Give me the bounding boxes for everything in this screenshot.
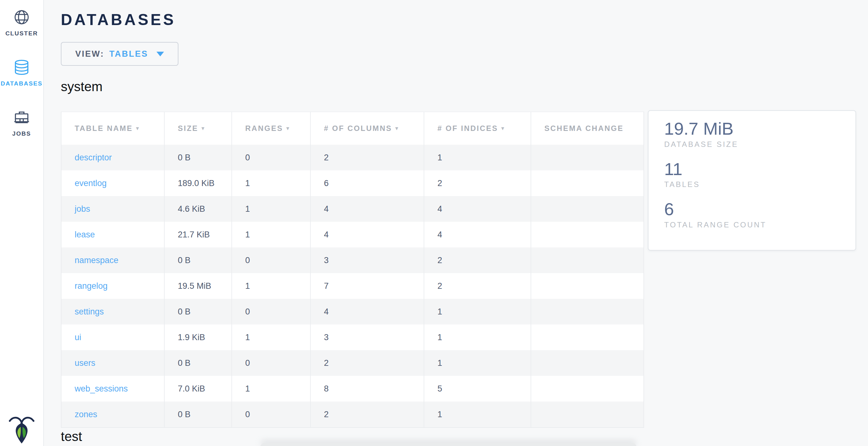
sort-desc-icon: ▾: [501, 125, 505, 132]
cell-of-indices: 2: [424, 273, 531, 299]
column-header-ranges[interactable]: RANGES▾: [231, 112, 310, 145]
section-title-test: test: [61, 429, 82, 444]
column-header-label: # OF COLUMNS: [324, 124, 392, 133]
sidebar-item-jobs[interactable]: JOBS: [12, 110, 31, 137]
view-dropdown[interactable]: VIEW: TABLES: [61, 42, 179, 66]
stat-value: 19.7 MiB: [664, 119, 856, 139]
column-header-label: # OF INDICES: [437, 124, 498, 133]
cell-ranges: 1: [231, 273, 310, 299]
cell-of-columns: 2: [310, 350, 424, 376]
sidebar-item-label: JOBS: [12, 130, 31, 137]
cell-ranges: 0: [231, 247, 310, 273]
cell-schema-change: [531, 324, 644, 350]
cell-of-columns: 3: [310, 324, 424, 350]
cell-schema-change: [531, 247, 644, 273]
table-row: eventlog189.0 KiB162: [61, 170, 644, 196]
cell-schema-change: [531, 170, 644, 196]
table-name-link[interactable]: ui: [74, 333, 81, 342]
cell-schema-change: [531, 299, 644, 324]
briefcase-icon: [14, 110, 29, 127]
cell-table-name: rangelog: [61, 273, 164, 299]
cell-ranges: 0: [231, 350, 310, 376]
cell-of-indices: 1: [424, 324, 531, 350]
table-name-link[interactable]: users: [74, 358, 95, 368]
cell-size: 1.9 KiB: [164, 324, 231, 350]
cell-of-columns: 2: [310, 145, 424, 170]
view-dropdown-label: VIEW:: [75, 49, 104, 59]
table-name-link[interactable]: namespace: [74, 255, 119, 265]
cell-size: 189.0 KiB: [164, 170, 231, 196]
cell-of-indices: 1: [424, 402, 531, 427]
cell-of-columns: 4: [310, 196, 424, 222]
cell-of-indices: 1: [424, 299, 531, 324]
cell-table-name: descriptor: [61, 145, 164, 170]
column-header-of-indices[interactable]: # OF INDICES▾: [424, 112, 531, 145]
cell-of-indices: 2: [424, 247, 531, 273]
table-name-link[interactable]: rangelog: [74, 281, 107, 290]
table-name-link[interactable]: settings: [74, 307, 104, 316]
cell-ranges: 0: [231, 402, 310, 427]
cell-schema-change: [531, 376, 644, 402]
column-header-size[interactable]: SIZE▾: [164, 112, 231, 145]
table-row: web_sessions7.0 KiB185: [61, 376, 644, 402]
cell-table-name: namespace: [61, 247, 164, 273]
stat-tables: 11 TABLES: [664, 160, 856, 189]
table-name-link[interactable]: descriptor: [74, 153, 112, 162]
table-name-link[interactable]: lease: [74, 230, 95, 239]
cell-table-name: settings: [61, 299, 164, 324]
cell-of-indices: 2: [424, 170, 531, 196]
column-header-table-name[interactable]: TABLE NAME▾: [61, 112, 164, 145]
cell-ranges: 1: [231, 222, 310, 247]
sort-desc-icon: ▾: [395, 125, 399, 132]
sort-desc-icon: ▾: [286, 125, 290, 132]
cell-ranges: 1: [231, 376, 310, 402]
cell-size: 4.6 KiB: [164, 196, 231, 222]
table-row: users0 B021: [61, 350, 644, 376]
cell-schema-change: [531, 145, 644, 170]
section-title-system: system: [61, 79, 102, 94]
table-row: jobs4.6 KiB144: [61, 196, 644, 222]
sidebar-item-label: DATABASES: [1, 80, 42, 87]
table-name-link[interactable]: jobs: [74, 204, 90, 214]
stat-label: TOTAL RANGE COUNT: [664, 220, 856, 229]
cell-of-columns: 3: [310, 247, 424, 273]
stat-label: TABLES: [664, 180, 856, 189]
cell-of-indices: 1: [424, 145, 531, 170]
table-row: zones0 B021: [61, 402, 644, 427]
dock-shadow: [260, 443, 637, 446]
sidebar-nav: CLUSTER DATABASES: [1, 9, 42, 137]
column-header-label: SIZE: [178, 124, 198, 133]
sort-desc-icon: ▾: [201, 125, 206, 132]
stat-value: 11: [664, 160, 856, 179]
column-header-of-columns[interactable]: # OF COLUMNS▾: [310, 112, 424, 145]
cell-schema-change: [531, 350, 644, 376]
table-name-link[interactable]: eventlog: [74, 178, 106, 188]
cell-table-name: eventlog: [61, 170, 164, 196]
cell-of-indices: 4: [424, 196, 531, 222]
cell-ranges: 0: [231, 299, 310, 324]
column-header-schema-change: SCHEMA CHANGE: [531, 112, 644, 145]
globe-icon: [14, 9, 29, 26]
sidebar-item-cluster[interactable]: CLUSTER: [5, 9, 38, 37]
cell-size: 7.0 KiB: [164, 376, 231, 402]
chevron-down-icon: [156, 52, 164, 56]
table-name-link[interactable]: zones: [74, 410, 97, 419]
table-row: lease21.7 KiB144: [61, 222, 644, 247]
table-row: descriptor0 B021: [61, 145, 644, 170]
table-header: TABLE NAME▾SIZE▾RANGES▾# OF COLUMNS▾# OF…: [61, 112, 644, 145]
cell-ranges: 1: [231, 196, 310, 222]
cell-table-name: jobs: [61, 196, 164, 222]
cell-table-name: web_sessions: [61, 376, 164, 402]
table-row: namespace0 B032: [61, 247, 644, 273]
cockroachdb-logo: [8, 415, 35, 445]
table-name-link[interactable]: web_sessions: [74, 384, 128, 393]
cell-of-columns: 2: [310, 402, 424, 427]
table-row: settings0 B041: [61, 299, 644, 324]
cell-ranges: 1: [231, 170, 310, 196]
sidebar-item-databases[interactable]: DATABASES: [1, 60, 42, 87]
cell-size: 0 B: [164, 350, 231, 376]
sort-desc-icon: ▾: [136, 125, 140, 132]
cell-of-indices: 1: [424, 350, 531, 376]
cell-ranges: 1: [231, 324, 310, 350]
table-row: rangelog19.5 MiB172: [61, 273, 644, 299]
